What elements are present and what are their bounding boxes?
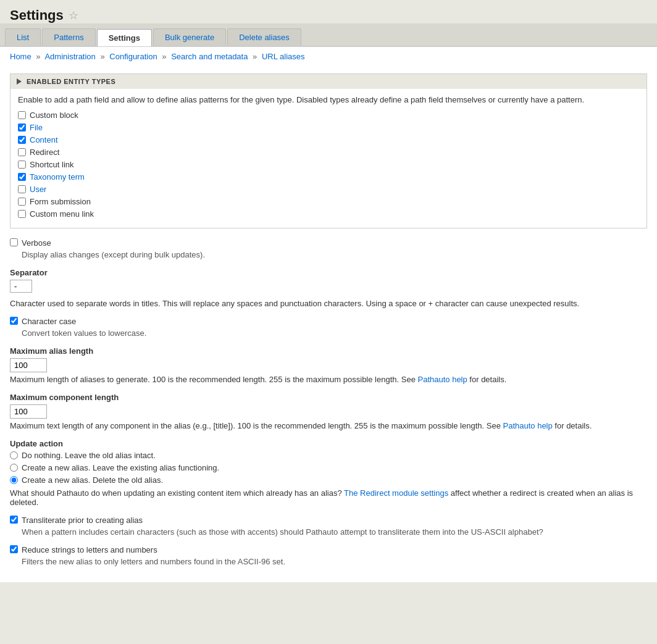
label-custom-menu-link[interactable]: Custom menu link: [30, 209, 94, 219]
checkbox-transliterate[interactable]: [10, 516, 18, 524]
radio-create-new-delete[interactable]: [10, 476, 18, 484]
label-verbose[interactable]: Verbose: [22, 238, 51, 248]
entity-checkbox-custom-menu-link: Custom menu link: [18, 209, 639, 219]
separator-input[interactable]: [10, 280, 32, 293]
entity-checkbox-taxonomy-term: Taxonomy term: [18, 172, 639, 182]
label-content[interactable]: Content: [30, 135, 58, 144]
max-alias-length-description: Maximum length of aliases to generate. 1…: [10, 375, 647, 384]
checkbox-form-submission[interactable]: [18, 198, 26, 206]
transliterate-block: Transliterate prior to creating alias Wh…: [10, 516, 647, 537]
favorite-star-icon[interactable]: ☆: [69, 9, 78, 22]
label-transliterate[interactable]: Transliterate prior to creating alias: [22, 516, 143, 525]
max-alias-length-input[interactable]: [10, 358, 47, 372]
page-title: Settings: [10, 7, 64, 23]
label-taxonomy-term[interactable]: Taxonomy term: [30, 172, 85, 182]
pathauto-help-link-2[interactable]: Pathauto help: [503, 421, 553, 430]
label-create-new-delete[interactable]: Create a new alias. Delete the old alias…: [22, 475, 163, 485]
max-component-length-input[interactable]: [10, 404, 47, 419]
tab-settings[interactable]: Settings: [97, 29, 152, 46]
breadcrumb-search-metadata[interactable]: Search and metadata: [171, 52, 248, 61]
radio-do-nothing[interactable]: [10, 451, 18, 459]
separator-label: Separator: [10, 268, 647, 277]
tab-bulk-generate[interactable]: Bulk generate: [153, 28, 226, 46]
label-do-nothing[interactable]: Do nothing. Leave the old alias intact.: [22, 451, 156, 460]
update-action-do-nothing-row: Do nothing. Leave the old alias intact.: [10, 451, 647, 460]
label-custom-block[interactable]: Custom block: [30, 111, 78, 120]
breadcrumb: Home » Administration » Configuration » …: [0, 47, 657, 66]
tab-list[interactable]: List: [5, 28, 41, 46]
verbose-block: Verbose Display alias changes (except du…: [10, 238, 647, 259]
entity-checkbox-content: Content: [18, 135, 639, 144]
tab-delete-aliases[interactable]: Delete aliases: [227, 28, 301, 46]
checkbox-file[interactable]: [18, 123, 26, 132]
label-form-submission[interactable]: Form submission: [30, 197, 91, 206]
main-content: ENABLED ENTITY TYPES Enable to add a pat…: [0, 66, 657, 582]
entity-types-header: ENABLED ENTITY TYPES: [10, 74, 647, 89]
max-alias-length-label: Maximum alias length: [10, 346, 647, 356]
label-user[interactable]: User: [30, 185, 46, 194]
entity-types-section: ENABLED ENTITY TYPES Enable to add a pat…: [10, 73, 647, 228]
character-case-description: Convert token values to lowercase.: [22, 328, 647, 338]
update-action-block: Update action Do nothing. Leave the old …: [10, 439, 647, 507]
verbose-row: Verbose: [10, 238, 647, 248]
label-shortcut-link[interactable]: Shortcut link: [30, 160, 74, 169]
label-file[interactable]: File: [30, 123, 43, 132]
separator-description: Character used to separate words in titl…: [10, 299, 647, 308]
checkbox-custom-block[interactable]: [18, 111, 26, 119]
verbose-description: Display alias changes (except during bul…: [22, 250, 647, 259]
breadcrumb-home[interactable]: Home: [10, 52, 31, 61]
transliterate-description: When a pattern includes certain characte…: [22, 527, 647, 537]
checkbox-shortcut-link[interactable]: [18, 161, 26, 169]
radio-create-new-keep[interactable]: [10, 464, 18, 472]
checkbox-custom-menu-link[interactable]: [18, 210, 26, 218]
update-action-description: What should Pathauto do when updating an…: [10, 488, 647, 507]
character-case-block: Character case Convert token values to l…: [10, 317, 647, 338]
entity-types-body: Enable to add a path field and allow to …: [10, 89, 647, 228]
entity-checkbox-shortcut-link: Shortcut link: [18, 160, 639, 169]
checkbox-redirect[interactable]: [18, 148, 26, 156]
label-reduce-strings[interactable]: Reduce strings to letters and numbers: [22, 545, 157, 554]
entity-checkbox-user: User: [18, 185, 639, 194]
entity-checkbox-file: File: [18, 123, 639, 132]
max-alias-length-block: Maximum alias length Maximum length of a…: [10, 346, 647, 384]
update-action-label: Update action: [10, 439, 647, 448]
tabs-bar: List Patterns Settings Bulk generate Del…: [0, 23, 657, 47]
update-action-create-keep-row: Create a new alias. Leave the existing a…: [10, 463, 647, 472]
entity-checkbox-custom-block: Custom block: [18, 111, 639, 120]
checkbox-user[interactable]: [18, 185, 26, 193]
character-case-row: Character case: [10, 317, 647, 326]
label-character-case[interactable]: Character case: [22, 317, 76, 326]
label-create-new-keep[interactable]: Create a new alias. Leave the existing a…: [22, 463, 219, 472]
reduce-strings-row: Reduce strings to letters and numbers: [10, 545, 647, 554]
entity-checkbox-redirect: Redirect: [18, 148, 639, 157]
checkbox-taxonomy-term[interactable]: [18, 173, 26, 181]
max-component-length-block: Maximum component length Maximum text le…: [10, 393, 647, 430]
tab-patterns[interactable]: Patterns: [42, 28, 95, 46]
separator-block: Separator Character used to separate wor…: [10, 268, 647, 308]
max-component-length-label: Maximum component length: [10, 393, 647, 402]
entity-types-description: Enable to add a path field and allow to …: [18, 95, 639, 104]
redirect-module-settings-link[interactable]: The Redirect module settings: [344, 488, 448, 498]
label-redirect[interactable]: Redirect: [30, 148, 59, 157]
max-component-length-description: Maximum text length of any component in …: [10, 421, 647, 430]
breadcrumb-admin[interactable]: Administration: [44, 52, 95, 61]
breadcrumb-configuration[interactable]: Configuration: [109, 52, 157, 61]
breadcrumb-url-aliases[interactable]: URL aliases: [262, 52, 305, 61]
collapse-icon[interactable]: [17, 78, 22, 85]
transliterate-row: Transliterate prior to creating alias: [10, 516, 647, 525]
checkbox-verbose[interactable]: [10, 238, 18, 246]
entity-checkbox-form-submission: Form submission: [18, 197, 639, 206]
update-action-create-delete-row: Create a new alias. Delete the old alias…: [10, 475, 647, 485]
checkbox-character-case[interactable]: [10, 317, 18, 325]
pathauto-help-link-1[interactable]: Pathauto help: [418, 375, 467, 384]
reduce-strings-description: Filters the new alias to only letters an…: [22, 557, 647, 566]
checkbox-content[interactable]: [18, 136, 26, 144]
checkbox-reduce-strings[interactable]: [10, 545, 18, 553]
reduce-strings-block: Reduce strings to letters and numbers Fi…: [10, 545, 647, 566]
